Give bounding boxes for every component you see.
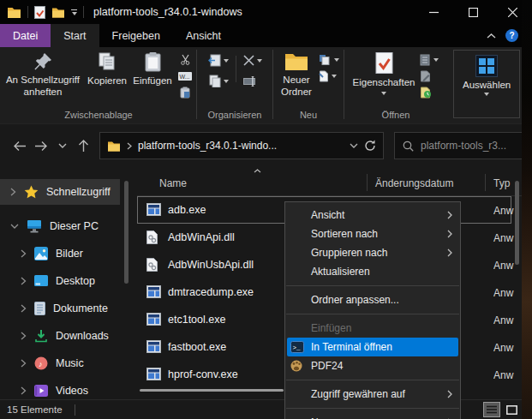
rename-button[interactable] [243, 75, 262, 87]
details-view-button[interactable] [483, 402, 500, 417]
pdf24-icon [290, 360, 302, 372]
menu-item-label: Aktualisieren [311, 266, 370, 278]
tab-ansicht[interactable]: Ansicht [173, 24, 234, 47]
help-icon[interactable]: ? [505, 29, 518, 42]
column-header-type[interactable]: Typ [493, 177, 510, 189]
menu-item-gruppieren[interactable]: Gruppieren nach [285, 243, 460, 262]
copy-path-button[interactable]: W... [178, 69, 192, 82]
sort-ascending-icon [254, 169, 261, 173]
recent-locations-icon[interactable] [51, 143, 73, 148]
menu-item-open-in-terminal[interactable]: >_ In Terminal öffnen [287, 338, 458, 356]
up-icon[interactable] [73, 140, 94, 153]
new-folder-icon [284, 51, 309, 72]
column-header-modified[interactable]: Änderungsdatum [375, 177, 453, 189]
menu-item-label: Ansicht [311, 209, 344, 221]
menu-item-aktualisieren[interactable]: Aktualisieren [285, 262, 460, 281]
group-organize-label: Organisieren [198, 109, 272, 123]
cut-button[interactable] [180, 53, 191, 66]
group-clipboard: An Schnellzugriff anheften Kopieren Einf… [2, 47, 195, 123]
column-header-name[interactable]: Name [159, 177, 187, 189]
ribbon-separator [196, 50, 197, 119]
new-folder-qat-icon[interactable] [51, 7, 65, 18]
properties-label: Eigenschaften [353, 77, 415, 89]
new-item-button[interactable] [319, 69, 341, 82]
documents-icon [34, 302, 45, 315]
menu-item-pdf24[interactable]: PDF24 [285, 356, 460, 375]
list-vertical-scrollbar[interactable] [515, 181, 519, 265]
tab-start[interactable]: Start [51, 24, 99, 47]
copy-to-button[interactable] [208, 75, 229, 87]
submenu-chevron-icon [447, 390, 452, 398]
sidebar-scrollbar[interactable] [124, 181, 129, 284]
edit-button[interactable] [420, 69, 444, 82]
downloads-icon [34, 329, 48, 343]
menu-item-neu[interactable]: Neu [285, 413, 460, 419]
sidebar-item-pictures[interactable]: Bilder [0, 241, 120, 266]
sidebar-item-label: Dokumente [53, 302, 108, 314]
sidebar-item-quick-access[interactable]: Schnellzugriff [0, 179, 120, 205]
chevron-right-icon [21, 304, 27, 313]
exe-file-icon [146, 203, 161, 216]
dll-file-icon [146, 258, 158, 272]
menu-separator [286, 285, 459, 286]
search-input[interactable]: platform-tools_r3... [394, 132, 523, 159]
open-button[interactable] [420, 53, 444, 66]
column-separator[interactable] [485, 174, 486, 191]
properties-button[interactable]: Eigenschaften [348, 47, 420, 95]
chevron-right-icon [21, 249, 27, 258]
delete-button[interactable] [243, 54, 262, 67]
menu-item-einfuegen: Einfügen [285, 319, 460, 338]
file-type: Anw [493, 205, 516, 217]
pin-icon [33, 51, 53, 72]
collapse-ribbon-icon[interactable] [487, 33, 496, 39]
address-bar[interactable]: platform-tools_r34.0.1-windo... [99, 132, 384, 159]
column-separator[interactable] [367, 174, 368, 191]
computer-icon [27, 219, 42, 233]
svg-text:W...: W... [180, 74, 190, 80]
menu-item-ansicht[interactable]: Ansicht [285, 206, 460, 224]
sidebar-item-documents[interactable]: Dokumente [0, 296, 120, 321]
paste-button[interactable]: Einfügen [130, 47, 175, 87]
pin-label: An Schnellzugriff anheften [3, 75, 82, 98]
window-controls [414, 0, 532, 24]
move-to-button[interactable] [208, 54, 229, 67]
refresh-icon[interactable] [364, 140, 376, 152]
paste-icon [144, 51, 162, 73]
thumbnail-view-button[interactable] [503, 402, 520, 417]
menu-item-sortieren[interactable]: Sortieren nach [285, 224, 460, 243]
sidebar-item-label: Dieser PC [50, 220, 99, 232]
menu-item-zugriff-gewaehren[interactable]: Zugriff gewähren auf [285, 385, 460, 404]
maximize-button[interactable] [453, 0, 493, 24]
easy-access-button[interactable] [319, 53, 341, 66]
search-placeholder: platform-tools_r3... [421, 140, 506, 152]
paste-shortcut-button[interactable] [180, 86, 190, 99]
back-icon[interactable] [9, 141, 30, 152]
menu-item-ordner-anpassen[interactable]: Ordner anpassen... [285, 290, 460, 309]
sidebar-item-music[interactable]: ♪ Music [0, 350, 120, 376]
new-folder-button[interactable]: Neuer Ordner [274, 47, 319, 98]
properties-check-icon[interactable] [34, 6, 45, 19]
tab-freigeben[interactable]: Freigeben [99, 24, 173, 47]
desktop-background-strip [522, 0, 532, 419]
music-icon: ♪ [34, 356, 48, 370]
sidebar-item-desktop[interactable]: Desktop [0, 268, 120, 294]
chevron-right-icon [21, 277, 27, 285]
history-button[interactable] [420, 86, 444, 99]
forward-icon[interactable] [30, 141, 51, 152]
select-button[interactable]: Auswählen [453, 50, 520, 118]
copy-label: Kopieren [87, 75, 127, 87]
exe-file-icon [146, 313, 161, 326]
pin-to-quick-access-button[interactable]: An Schnellzugriff anheften [2, 47, 84, 98]
sidebar-item-this-pc[interactable]: Dieser PC [0, 213, 120, 239]
list-horizontal-scrollbar[interactable] [140, 389, 284, 392]
address-dropdown-icon[interactable] [350, 143, 358, 148]
copy-button[interactable]: Kopieren [84, 47, 130, 87]
qat-customize-icon[interactable] [71, 9, 77, 15]
terminal-icon: >_ [290, 341, 304, 353]
sidebar-item-downloads[interactable]: Downloads [0, 323, 120, 349]
tab-datei[interactable]: Datei [0, 24, 51, 47]
properties-caret [381, 92, 386, 95]
file-type: Anw [493, 342, 516, 354]
dll-file-icon [146, 230, 158, 244]
minimize-button[interactable] [414, 0, 453, 24]
